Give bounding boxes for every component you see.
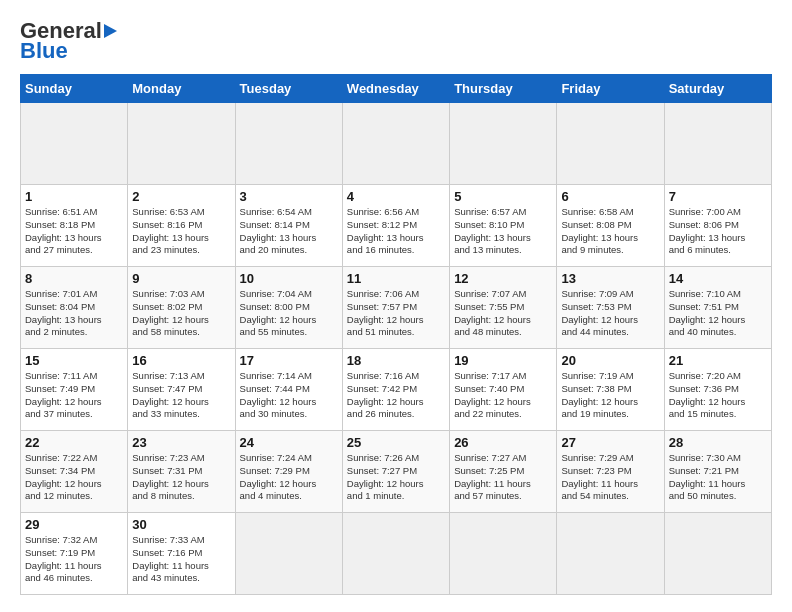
day-info: Sunrise: 7:09 AM Sunset: 7:53 PM Dayligh… [561,288,638,337]
day-info: Sunrise: 6:58 AM Sunset: 8:08 PM Dayligh… [561,206,638,255]
day-number: 29 [25,517,123,532]
day-info: Sunrise: 7:00 AM Sunset: 8:06 PM Dayligh… [669,206,746,255]
day-number: 30 [132,517,230,532]
day-cell [235,513,342,595]
day-info: Sunrise: 6:54 AM Sunset: 8:14 PM Dayligh… [240,206,317,255]
day-cell [664,103,771,185]
day-number: 26 [454,435,552,450]
day-cell: 22Sunrise: 7:22 AM Sunset: 7:34 PM Dayli… [21,431,128,513]
day-number: 24 [240,435,338,450]
day-info: Sunrise: 7:22 AM Sunset: 7:34 PM Dayligh… [25,452,102,501]
day-info: Sunrise: 7:17 AM Sunset: 7:40 PM Dayligh… [454,370,531,419]
day-info: Sunrise: 7:11 AM Sunset: 7:49 PM Dayligh… [25,370,102,419]
day-number: 17 [240,353,338,368]
day-cell: 13Sunrise: 7:09 AM Sunset: 7:53 PM Dayli… [557,267,664,349]
header: General Blue [20,18,772,64]
day-number: 18 [347,353,445,368]
day-cell [664,513,771,595]
day-number: 5 [454,189,552,204]
day-number: 8 [25,271,123,286]
day-cell: 1Sunrise: 6:51 AM Sunset: 8:18 PM Daylig… [21,185,128,267]
day-cell: 21Sunrise: 7:20 AM Sunset: 7:36 PM Dayli… [664,349,771,431]
day-number: 4 [347,189,445,204]
day-number: 23 [132,435,230,450]
logo-blue: Blue [20,38,68,64]
day-cell: 16Sunrise: 7:13 AM Sunset: 7:47 PM Dayli… [128,349,235,431]
col-header-wednesday: Wednesday [342,75,449,103]
day-cell: 14Sunrise: 7:10 AM Sunset: 7:51 PM Dayli… [664,267,771,349]
day-cell: 29Sunrise: 7:32 AM Sunset: 7:19 PM Dayli… [21,513,128,595]
day-info: Sunrise: 7:07 AM Sunset: 7:55 PM Dayligh… [454,288,531,337]
day-cell [450,513,557,595]
day-number: 19 [454,353,552,368]
day-number: 25 [347,435,445,450]
day-number: 15 [25,353,123,368]
day-info: Sunrise: 7:04 AM Sunset: 8:00 PM Dayligh… [240,288,317,337]
day-cell [557,103,664,185]
day-info: Sunrise: 7:20 AM Sunset: 7:36 PM Dayligh… [669,370,746,419]
day-cell [21,103,128,185]
page: General Blue SundayMondayTuesdayWednesda… [0,0,792,605]
day-info: Sunrise: 7:06 AM Sunset: 7:57 PM Dayligh… [347,288,424,337]
day-cell: 3Sunrise: 6:54 AM Sunset: 8:14 PM Daylig… [235,185,342,267]
day-info: Sunrise: 7:27 AM Sunset: 7:25 PM Dayligh… [454,452,531,501]
day-info: Sunrise: 7:14 AM Sunset: 7:44 PM Dayligh… [240,370,317,419]
day-cell: 10Sunrise: 7:04 AM Sunset: 8:00 PM Dayli… [235,267,342,349]
day-cell: 28Sunrise: 7:30 AM Sunset: 7:21 PM Dayli… [664,431,771,513]
week-row-0 [21,103,772,185]
day-info: Sunrise: 7:19 AM Sunset: 7:38 PM Dayligh… [561,370,638,419]
day-info: Sunrise: 6:51 AM Sunset: 8:18 PM Dayligh… [25,206,102,255]
week-row-2: 8Sunrise: 7:01 AM Sunset: 8:04 PM Daylig… [21,267,772,349]
day-info: Sunrise: 7:29 AM Sunset: 7:23 PM Dayligh… [561,452,638,501]
day-info: Sunrise: 7:10 AM Sunset: 7:51 PM Dayligh… [669,288,746,337]
day-cell: 19Sunrise: 7:17 AM Sunset: 7:40 PM Dayli… [450,349,557,431]
day-number: 16 [132,353,230,368]
day-cell: 23Sunrise: 7:23 AM Sunset: 7:31 PM Dayli… [128,431,235,513]
day-cell [235,103,342,185]
day-cell: 11Sunrise: 7:06 AM Sunset: 7:57 PM Dayli… [342,267,449,349]
day-number: 10 [240,271,338,286]
day-cell: 7Sunrise: 7:00 AM Sunset: 8:06 PM Daylig… [664,185,771,267]
day-number: 1 [25,189,123,204]
day-info: Sunrise: 7:23 AM Sunset: 7:31 PM Dayligh… [132,452,209,501]
logo-arrow-icon [104,24,117,38]
week-row-3: 15Sunrise: 7:11 AM Sunset: 7:49 PM Dayli… [21,349,772,431]
col-header-sunday: Sunday [21,75,128,103]
col-header-friday: Friday [557,75,664,103]
day-cell: 20Sunrise: 7:19 AM Sunset: 7:38 PM Dayli… [557,349,664,431]
col-header-monday: Monday [128,75,235,103]
day-number: 21 [669,353,767,368]
day-info: Sunrise: 7:26 AM Sunset: 7:27 PM Dayligh… [347,452,424,501]
day-cell: 4Sunrise: 6:56 AM Sunset: 8:12 PM Daylig… [342,185,449,267]
week-row-4: 22Sunrise: 7:22 AM Sunset: 7:34 PM Dayli… [21,431,772,513]
day-cell [450,103,557,185]
day-info: Sunrise: 7:16 AM Sunset: 7:42 PM Dayligh… [347,370,424,419]
day-number: 20 [561,353,659,368]
calendar-table: SundayMondayTuesdayWednesdayThursdayFrid… [20,74,772,595]
day-cell: 2Sunrise: 6:53 AM Sunset: 8:16 PM Daylig… [128,185,235,267]
day-number: 22 [25,435,123,450]
day-info: Sunrise: 6:56 AM Sunset: 8:12 PM Dayligh… [347,206,424,255]
day-info: Sunrise: 7:33 AM Sunset: 7:16 PM Dayligh… [132,534,209,583]
day-cell [342,513,449,595]
col-header-tuesday: Tuesday [235,75,342,103]
day-cell [128,103,235,185]
header-row: SundayMondayTuesdayWednesdayThursdayFrid… [21,75,772,103]
day-number: 6 [561,189,659,204]
day-number: 11 [347,271,445,286]
day-info: Sunrise: 7:13 AM Sunset: 7:47 PM Dayligh… [132,370,209,419]
day-info: Sunrise: 7:32 AM Sunset: 7:19 PM Dayligh… [25,534,102,583]
day-number: 28 [669,435,767,450]
day-cell: 9Sunrise: 7:03 AM Sunset: 8:02 PM Daylig… [128,267,235,349]
day-number: 2 [132,189,230,204]
day-cell: 27Sunrise: 7:29 AM Sunset: 7:23 PM Dayli… [557,431,664,513]
day-info: Sunrise: 7:30 AM Sunset: 7:21 PM Dayligh… [669,452,746,501]
col-header-thursday: Thursday [450,75,557,103]
day-info: Sunrise: 7:24 AM Sunset: 7:29 PM Dayligh… [240,452,317,501]
day-info: Sunrise: 7:03 AM Sunset: 8:02 PM Dayligh… [132,288,209,337]
day-info: Sunrise: 6:57 AM Sunset: 8:10 PM Dayligh… [454,206,531,255]
day-cell: 5Sunrise: 6:57 AM Sunset: 8:10 PM Daylig… [450,185,557,267]
day-cell: 6Sunrise: 6:58 AM Sunset: 8:08 PM Daylig… [557,185,664,267]
day-cell: 8Sunrise: 7:01 AM Sunset: 8:04 PM Daylig… [21,267,128,349]
week-row-5: 29Sunrise: 7:32 AM Sunset: 7:19 PM Dayli… [21,513,772,595]
